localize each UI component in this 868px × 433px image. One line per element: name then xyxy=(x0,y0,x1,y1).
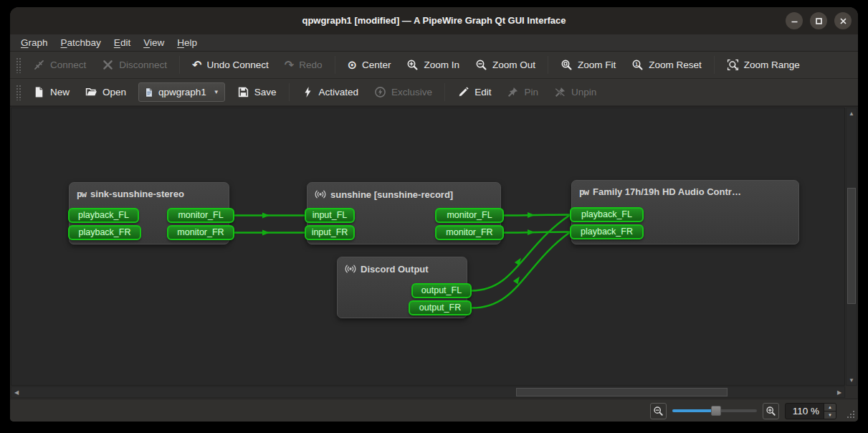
menu-patchbay[interactable]: Patchbay xyxy=(54,34,108,52)
spin-down-button[interactable]: ▼ xyxy=(824,411,836,419)
scroll-left-button[interactable]: ◀ xyxy=(11,387,22,397)
toolbar-separator xyxy=(179,56,180,74)
status-zoom-out-button[interactable] xyxy=(650,403,667,419)
zoom-in-icon xyxy=(406,59,419,71)
toolbar-separator xyxy=(714,56,715,74)
combo-value: qpwgraph1 xyxy=(158,87,206,97)
zoom-range-button[interactable]: Zoom Range xyxy=(719,54,808,76)
vertical-scrollbar-thumb[interactable] xyxy=(847,188,856,304)
node-title: Family 17h/19h HD Audio Contr… xyxy=(593,186,741,197)
close-button[interactable] xyxy=(834,12,852,29)
window-title: qpwgraph1 [modified] — A PipeWire Graph … xyxy=(10,7,858,34)
connect-button[interactable]: Connect xyxy=(25,54,94,76)
port-label: playback_FR xyxy=(79,227,131,237)
zoom-slider[interactable] xyxy=(672,404,757,418)
toolbar-separator xyxy=(335,56,335,74)
port-output-fr[interactable]: output_FR xyxy=(409,300,472,315)
edit-button[interactable]: Edit xyxy=(449,82,499,103)
port-input-fl[interactable]: input_FL xyxy=(305,208,355,223)
save-button[interactable]: Save xyxy=(229,82,285,103)
activated-bolt-icon xyxy=(302,86,314,98)
toolbar-drag-handle[interactable] xyxy=(16,85,21,100)
slider-handle[interactable] xyxy=(711,406,721,416)
pin-icon xyxy=(507,86,519,98)
activated-button[interactable]: Activated xyxy=(294,82,367,103)
status-zoom-in-button[interactable] xyxy=(763,403,779,419)
undo-connect-button[interactable]: ↶ Undo Connect xyxy=(184,54,277,76)
redo-button[interactable]: ↷ Redo xyxy=(277,54,330,76)
exclusive-button[interactable]: Exclusive xyxy=(366,82,440,103)
port-label: monitor_FR xyxy=(177,227,224,237)
port-label: playback_FR xyxy=(581,227,633,237)
tool-label: Connect xyxy=(50,60,86,70)
zoom-reset-button[interactable]: 1 Zoom Reset xyxy=(624,54,710,76)
tool-label: Activated xyxy=(319,87,359,97)
center-button[interactable]: ⊙ Center xyxy=(340,54,399,76)
canvas-background[interactable] xyxy=(11,108,845,386)
port-output-fl[interactable]: output_FL xyxy=(411,283,472,298)
tool-label: Zoom Fit xyxy=(578,60,616,70)
pipewire-icon: pw xyxy=(77,189,86,199)
tool-label: Disconnect xyxy=(119,60,167,70)
port-label: input_FR xyxy=(312,227,348,237)
unpin-button[interactable]: Unpin xyxy=(546,82,604,103)
toolbar-drag-handle[interactable] xyxy=(16,57,21,73)
graph-canvas[interactable]: pw sink-sunshine-stereo playback_FL play… xyxy=(10,106,858,399)
tool-label: New xyxy=(50,87,70,97)
scroll-up-button[interactable]: ▲ xyxy=(846,108,857,118)
maximize-icon xyxy=(815,17,823,25)
port-label: playback_FL xyxy=(78,210,129,220)
minimize-button[interactable] xyxy=(786,12,803,29)
tool-label: Unpin xyxy=(571,87,596,97)
zoom-reset-icon: 1 xyxy=(631,59,644,71)
port-monitor-fl-out2[interactable]: monitor_FL xyxy=(435,208,504,223)
menu-graph[interactable]: Graph xyxy=(14,34,54,52)
zoom-out-icon xyxy=(653,406,664,417)
resize-grip[interactable] xyxy=(846,410,854,418)
pin-button[interactable]: Pin xyxy=(499,82,546,103)
port-input-fr[interactable]: input_FR xyxy=(305,225,355,240)
port-monitor-fr-out[interactable]: monitor_FR xyxy=(167,225,234,240)
disconnect-icon xyxy=(102,59,114,71)
disconnect-button[interactable]: Disconnect xyxy=(94,54,175,76)
port-label: output_FR xyxy=(419,303,461,313)
port-playback-fl-in[interactable]: playback_FL xyxy=(68,208,139,223)
menu-edit[interactable]: Edit xyxy=(108,34,137,52)
connect-icon xyxy=(33,59,45,71)
tool-label: Save xyxy=(254,87,277,97)
node-title: sink-sunshine-stereo xyxy=(90,189,184,199)
vertical-scrollbar[interactable]: ▲ ▼ xyxy=(846,108,857,386)
new-button[interactable]: New xyxy=(25,82,77,103)
port-monitor-fr-out2[interactable]: monitor_FR xyxy=(435,225,504,240)
maximize-button[interactable] xyxy=(810,12,827,29)
zoom-value[interactable]: 110 % xyxy=(786,406,824,417)
tool-label: Edit xyxy=(474,87,491,97)
horizontal-scrollbar[interactable]: ◀ ▶ xyxy=(11,386,845,398)
patchbay-profile-combobox[interactable]: qpwgraph1 ▼ xyxy=(138,82,225,102)
port-playback-fr-dest[interactable]: playback_FR xyxy=(570,224,644,239)
zoom-fit-icon xyxy=(561,59,573,71)
scroll-down-button[interactable]: ▼ xyxy=(846,375,857,385)
spin-up-button[interactable]: ▲ xyxy=(824,404,836,411)
open-button[interactable]: Open xyxy=(77,82,134,103)
titlebar[interactable]: qpwgraph1 [modified] — A PipeWire Graph … xyxy=(10,7,858,34)
menu-help[interactable]: Help xyxy=(171,34,204,52)
toolbar-separator xyxy=(289,83,290,101)
scroll-right-button[interactable]: ▶ xyxy=(834,387,844,397)
menu-view[interactable]: View xyxy=(137,34,171,52)
port-label: playback_FL xyxy=(581,209,632,219)
zoom-in-button[interactable]: Zoom In xyxy=(399,54,467,76)
zoom-fit-button[interactable]: Zoom Fit xyxy=(553,54,624,76)
exclusive-bolt-icon xyxy=(374,86,386,98)
zoom-in-icon xyxy=(766,406,776,417)
open-folder-icon xyxy=(85,86,97,98)
port-label: output_FL xyxy=(421,285,462,295)
horizontal-scrollbar-thumb[interactable] xyxy=(516,388,728,396)
port-playback-fl-dest[interactable]: playback_FL xyxy=(570,207,644,222)
zoom-out-button[interactable]: Zoom Out xyxy=(467,54,543,76)
port-monitor-fl-out[interactable]: monitor_FL xyxy=(167,208,234,223)
zoom-percent-spinbox[interactable]: 110 % ▲ ▼ xyxy=(785,403,836,419)
port-playback-fr-in[interactable]: playback_FR xyxy=(68,225,141,240)
zoom-out-icon xyxy=(475,59,487,71)
tool-label: Pin xyxy=(524,87,538,97)
